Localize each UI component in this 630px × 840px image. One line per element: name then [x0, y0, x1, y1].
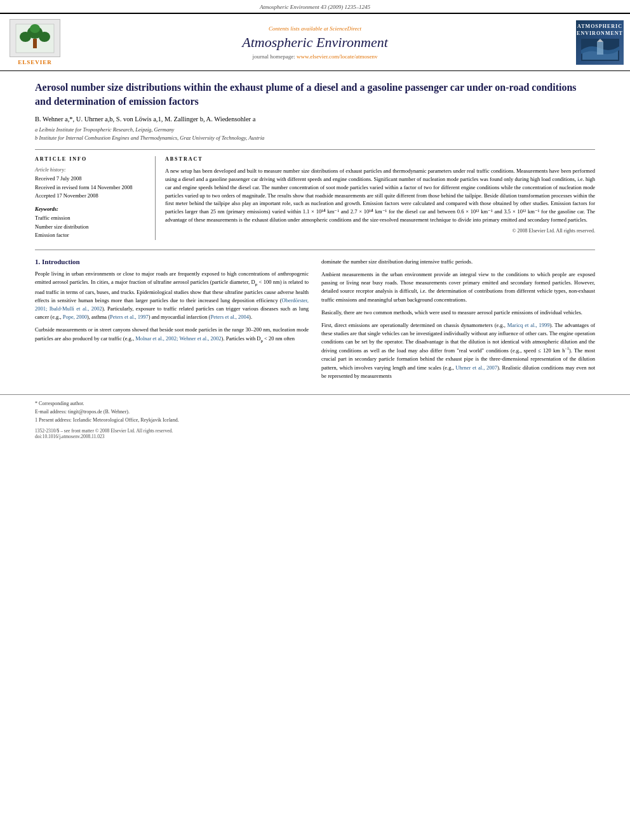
- abstract-text: A new setup has been developed and built…: [165, 167, 595, 223]
- journal-header: ELSEVIER Contents lists available at Sci…: [0, 13, 630, 71]
- accepted-date: Accepted 17 November 2008: [35, 192, 149, 201]
- received-revised-date: Received in revised form 14 November 200…: [35, 183, 149, 192]
- right-para3: Basically, there are two common methods,…: [321, 309, 595, 317]
- footer-bottom: 1352-2310/$ – see front matter © 2008 El…: [35, 428, 595, 439]
- affiliation-b: b Institute for Internal Combustion Engi…: [35, 134, 595, 142]
- sciencedirect-brand[interactable]: ScienceDirect: [330, 25, 361, 32]
- abstract-label: Abstract: [165, 156, 595, 162]
- footnote-1: 1 Present address: Icelandic Meteorologi…: [35, 417, 595, 425]
- keywords-list: Traffic emission Number size distributio…: [35, 214, 149, 240]
- right-para2: Ambient measurements in the urban enviro…: [321, 270, 595, 304]
- intro-para1: People living in urban environments or c…: [35, 270, 309, 322]
- atmospheric-environment-logo: ATMOSPHERIC ENVIRONMENT: [576, 20, 624, 65]
- abstract-column: Abstract A new setup has been developed …: [165, 156, 595, 240]
- svg-point-2: [20, 32, 31, 42]
- article-info-abstract-section: Article info Article history: Received 7…: [35, 149, 595, 240]
- intro-heading: 1. Introduction: [35, 258, 309, 265]
- email-note: E-mail address: tingit@tropos.de (B. Weh…: [35, 408, 595, 417]
- footer-notes: * Corresponding author. E-mail address: …: [35, 400, 595, 424]
- paper-content: Aerosol number size distributions within…: [0, 71, 630, 394]
- right-para4: First, direct emissions are operationall…: [321, 321, 595, 380]
- intro-para2: Curbside measurements or in street canyo…: [35, 326, 309, 344]
- received-date: Received 7 July 2008: [35, 175, 149, 183]
- affiliation-a: a Leibniz Institute for Tropospheric Res…: [35, 126, 595, 134]
- footer-copyright: 1352-2310/$ – see front matter © 2008 El…: [35, 428, 595, 434]
- elsevier-brand-label: ELSEVIER: [18, 59, 52, 65]
- keywords-label: Keywords:: [35, 206, 149, 212]
- svg-point-5: [30, 24, 40, 33]
- body-section: 1. Introduction People living in urban e…: [35, 250, 595, 385]
- elsevier-logo-image: [10, 19, 60, 57]
- article-info-column: Article info Article history: Received 7…: [35, 156, 156, 240]
- journal-homepage-link[interactable]: www.elsevier.com/locate/atmosenv: [297, 53, 377, 60]
- keyword-1: Traffic emission: [35, 214, 149, 223]
- footer-doi: doi:10.1016/j.atmosenv.2008.11.023: [35, 434, 595, 439]
- journal-center: Contents lists available at ScienceDirec…: [64, 25, 566, 60]
- svg-rect-4: [33, 39, 37, 48]
- affiliations: a Leibniz Institute for Tropospheric Res…: [35, 126, 595, 142]
- paper-title: Aerosol number size distributions within…: [35, 81, 595, 109]
- article-info-label: Article info: [35, 156, 149, 162]
- keyword-3: Emission factor: [35, 231, 149, 240]
- svg-rect-8: [597, 42, 603, 55]
- journal-homepage: journal homepage: www.elsevier.com/locat…: [64, 53, 566, 60]
- sciencedirect-link: Contents lists available at ScienceDirec…: [64, 25, 566, 32]
- journal-title: Atmospheric Environment: [64, 34, 566, 51]
- body-left-column: 1. Introduction People living in urban e…: [35, 258, 309, 385]
- logo-line2: ENVIRONMENT: [577, 30, 623, 36]
- journal-logo-right: ATMOSPHERIC ENVIRONMENT: [566, 20, 624, 65]
- journal-reference: Atmospheric Environment 43 (2009) 1235–1…: [0, 0, 630, 13]
- elsevier-logo: ELSEVIER: [6, 19, 64, 65]
- keyword-2: Number size distribution: [35, 223, 149, 232]
- authors-line: B. Wehner a,*, U. Uhrner a,b, S. von Löw…: [35, 116, 595, 123]
- article-dates: Received 7 July 2008 Received in revised…: [35, 175, 149, 201]
- body-right-column: dominate the number size distribution du…: [321, 258, 595, 385]
- body-two-col: 1. Introduction People living in urban e…: [35, 258, 595, 385]
- article-history-label: Article history:: [35, 167, 149, 173]
- copyright-notice: © 2008 Elsevier Ltd. All rights reserved…: [165, 228, 595, 234]
- right-para1: dominate the number size distribution du…: [321, 258, 595, 266]
- corresponding-author-note: * Corresponding author.: [35, 400, 595, 408]
- logo-line1: ATMOSPHERIC: [577, 23, 622, 29]
- svg-point-3: [39, 32, 50, 42]
- page-footer: * Corresponding author. E-mail address: …: [0, 394, 630, 443]
